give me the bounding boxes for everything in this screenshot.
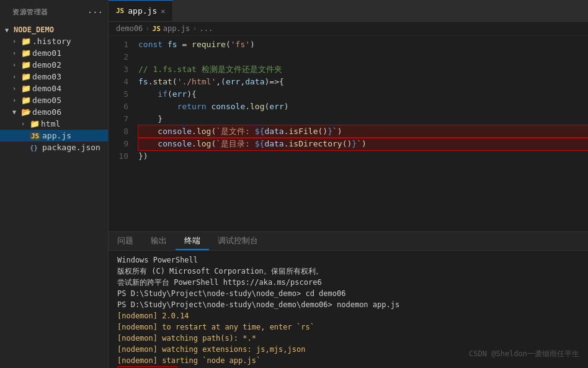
appjs-icon: JS — [30, 131, 41, 140]
breadcrumb-appjs: app.js — [163, 24, 190, 33]
demo02-arrow: › — [12, 61, 21, 68]
history-arrow: › — [12, 38, 21, 45]
sidebar-item-demo02[interactable]: › 📁 demo02 — [0, 59, 108, 71]
tab-appjs-close[interactable]: ✕ — [161, 7, 165, 16]
editor[interactable]: 1 const fs = require('fs') 2 3 // 1.fs.s… — [109, 36, 588, 231]
sidebar-item-packagejson[interactable]: › {} package.json — [0, 141, 108, 153]
editor-line-7: 7 } — [109, 113, 588, 125]
line-content-1: const fs = require('fs') — [138, 38, 588, 51]
line-num-7: 7 — [109, 113, 138, 125]
main-area: JS app.js ✕ demo06 › JS app.js › ... 1 c… — [109, 0, 588, 368]
editor-line-2: 2 — [109, 51, 588, 63]
line-content-7: } — [138, 113, 588, 125]
line-num-4: 4 — [109, 76, 138, 88]
line-content-8: console.log(`是文件: ${data.isFile()}`) — [138, 125, 588, 138]
editor-line-5: 5 if(err){ — [109, 88, 588, 101]
demo04-folder-icon: 📁 — [21, 84, 32, 93]
tab-terminal[interactable]: 终端 — [176, 232, 209, 250]
breadcrumb-more: ... — [199, 24, 213, 33]
sidebar-item-demo04[interactable]: › 📁 demo04 — [0, 83, 108, 94]
sidebar: 资源管理器 ··· ▼ NODE_DEMO › 📁 .history › 📁 d… — [0, 0, 109, 368]
history-label: .history — [32, 37, 71, 46]
appjs-label: app.js — [42, 131, 71, 140]
sidebar-item-history[interactable]: › 📁 .history — [0, 35, 108, 47]
sidebar-title: 资源管理器 — [6, 2, 55, 22]
sidebar-item-demo01[interactable]: › 📁 demo01 — [0, 47, 108, 59]
demo01-folder-icon: 📁 — [21, 48, 32, 58]
sidebar-item-demo03[interactable]: › 📁 demo03 — [0, 71, 108, 83]
terminal-content[interactable]: Windows PowerShell 版权所有 (C) Microsoft Co… — [109, 251, 588, 368]
breadcrumb-js-icon: JS — [153, 25, 161, 33]
terminal-line-12: [nodemon] starting `node app.js` — [117, 355, 579, 366]
sidebar-header: 资源管理器 ··· — [0, 0, 108, 24]
demo05-arrow: › — [12, 97, 21, 104]
packagejson-icon: {} — [30, 143, 41, 152]
tab-appjs[interactable]: JS app.js ✕ — [109, 0, 173, 21]
terminal-line-8: [nodemon] 2.0.14 — [117, 310, 579, 321]
editor-line-4: 4 fs.stat('./html',(err,data)=>{ — [109, 76, 588, 88]
tab-problems[interactable]: 问题 — [109, 232, 142, 250]
breadcrumb: demo06 › JS app.js › ... — [109, 22, 588, 36]
line-content-2 — [138, 51, 588, 63]
demo03-arrow: › — [12, 73, 21, 80]
demo04-label: demo04 — [32, 84, 61, 93]
line-content-5: if(err){ — [138, 88, 588, 101]
demo01-label: demo01 — [32, 48, 61, 58]
line-content-9: console.log(`是目录: ${data.isDirectory()}`… — [138, 138, 588, 150]
editor-line-3: 3 // 1.fs.stat 检测是文件还是文件夹 — [109, 63, 588, 76]
demo06-arrow: ▼ — [12, 109, 21, 115]
tree-root[interactable]: ▼ NODE_DEMO — [0, 24, 108, 35]
demo04-arrow: › — [12, 85, 21, 92]
demo02-label: demo02 — [32, 60, 61, 70]
line-num-10: 10 — [109, 150, 138, 163]
demo05-label: demo05 — [32, 96, 61, 105]
editor-line-8: 8 console.log(`是文件: ${data.isFile()}`) — [109, 125, 588, 138]
html-label: html — [41, 119, 60, 128]
history-folder-icon: 📁 — [21, 37, 32, 46]
terminal-line-1: Windows PowerShell — [117, 254, 579, 266]
tab-appjs-icon: JS — [116, 7, 124, 15]
terminal-line-10: [nodemon] watching path(s): *.* — [117, 333, 579, 344]
html-folder-icon: 📁 — [30, 119, 41, 128]
editor-line-1: 1 const fs = require('fs') — [109, 38, 588, 51]
tab-bar: JS app.js ✕ — [109, 0, 588, 22]
line-num-1: 1 — [109, 38, 138, 51]
terminal-area: 问题 输出 终端 调试控制台 Windows PowerShell 版权所有 (… — [109, 231, 588, 368]
appjs-arrow: › — [21, 132, 30, 139]
line-content-3: // 1.fs.stat 检测是文件还是文件夹 — [138, 63, 588, 76]
line-content-4: fs.stat('./html',(err,data)=>{ — [138, 76, 588, 88]
tree-root-arrow: ▼ — [5, 27, 14, 34]
breadcrumb-demo06: demo06 — [116, 24, 143, 33]
tab-output[interactable]: 输出 — [142, 232, 176, 250]
line-num-5: 5 — [109, 88, 138, 101]
line-num-2: 2 — [109, 51, 138, 63]
editor-line-6: 6 return console.log(err) — [109, 101, 588, 113]
line-num-3: 3 — [109, 63, 138, 76]
sidebar-item-demo06[interactable]: ▼ 📂 demo06 — [0, 106, 108, 118]
line-num-6: 6 — [109, 101, 138, 113]
demo02-folder-icon: 📁 — [21, 60, 32, 70]
html-arrow: › — [21, 120, 30, 127]
tab-debug-console[interactable]: 调试控制台 — [209, 232, 267, 250]
terminal-line-11: [nodemon] watching extensions: js,mjs,js… — [117, 344, 579, 355]
editor-line-10: 10 }) — [109, 150, 588, 163]
terminal-line-9: [nodemon] to restart at any time, enter … — [117, 321, 579, 333]
sidebar-item-appjs[interactable]: › JS app.js — [0, 130, 108, 141]
editor-line-9: 9 console.log(`是目录: ${data.isDirectory()… — [109, 138, 588, 150]
sidebar-item-html[interactable]: › 📁 html — [0, 118, 108, 130]
terminal-line-4: 尝试新的跨平台 PowerShell https://aka.ms/pscore… — [117, 277, 579, 288]
sidebar-item-demo05[interactable]: › 📁 demo05 — [0, 94, 108, 106]
demo01-arrow: › — [12, 50, 21, 56]
tab-appjs-label: app.js — [128, 6, 157, 16]
line-content-6: return console.log(err) — [138, 101, 588, 113]
packagejson-arrow: › — [21, 144, 30, 151]
terminal-tabs: 问题 输出 终端 调试控制台 — [109, 232, 588, 251]
line-content-10: }) — [138, 150, 588, 163]
packagejson-label: package.json — [42, 143, 100, 152]
demo06-folder-icon: 📂 — [21, 107, 32, 117]
line-num-8: 8 — [109, 125, 138, 138]
demo06-label: demo06 — [32, 107, 61, 117]
sidebar-more-button[interactable]: ··· — [87, 7, 103, 17]
breadcrumb-sep2: › — [192, 24, 197, 33]
terminal-line-7: PS D:\Study\Project\node-study\node_demo… — [117, 299, 579, 310]
